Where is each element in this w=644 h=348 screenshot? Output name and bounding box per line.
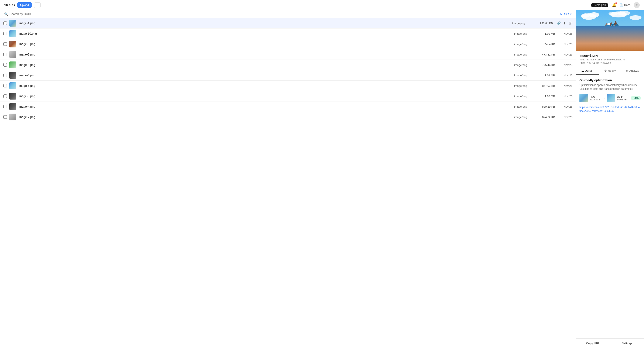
file-actions: 🔗 ⬇ 🗑: [556, 21, 572, 26]
file-date: Nov 26: [558, 32, 572, 35]
delete-button[interactable]: 🗑: [568, 21, 572, 26]
upload-button[interactable]: Upload: [17, 2, 32, 8]
file-size: 1.02 MB: [536, 32, 555, 35]
file-name: image-5.png: [19, 94, 512, 98]
topnav-right: Demo plan 🔔 📄 Docs T: [591, 2, 640, 8]
svg-point-6: [608, 12, 618, 16]
search-bar: 🔍 All files ▾: [0, 10, 576, 18]
file-checkbox[interactable]: [4, 74, 7, 77]
file-size: 880.29 KB: [536, 105, 555, 108]
file-checkbox[interactable]: [4, 94, 7, 98]
deliver-tab-label: Deliver: [585, 69, 594, 72]
file-checkbox[interactable]: [4, 105, 7, 108]
file-type: image/png: [514, 74, 533, 77]
file-checkbox[interactable]: [4, 115, 7, 119]
file-count: 10 files: [4, 3, 15, 7]
file-checkbox[interactable]: [4, 32, 7, 35]
file-checkbox[interactable]: [4, 53, 7, 56]
bell-notification-dot: [615, 2, 617, 4]
file-date: Nov 26: [558, 63, 572, 67]
arrow-right-icon: →: [602, 96, 605, 100]
optimization-section: On-the-fly optimization Optimization is …: [576, 75, 644, 338]
optimization-comparison: PNG 992.84 KB → AVIF 95.05 KB -90%: [580, 94, 640, 102]
file-type: image/png: [514, 63, 533, 67]
table-row[interactable]: image-6.png image/png 877.02 KB Nov 26: [0, 81, 576, 91]
file-date: Nov 26: [558, 43, 572, 46]
copy-link-button[interactable]: 🔗: [556, 21, 561, 26]
file-type: image/png: [514, 95, 533, 98]
file-size: 992.84 KB: [534, 22, 553, 25]
file-checkbox[interactable]: [4, 84, 7, 87]
file-name: image-9.png: [19, 42, 512, 46]
preview-image: [576, 10, 644, 51]
uuid-text: 39f2075a-fcd5-4128-97d4-86540bc5ac77: [580, 58, 622, 61]
table-row[interactable]: image-3.png image/png 1.01 MB Nov 26: [0, 70, 576, 81]
original-format: PNG: [590, 95, 600, 98]
modify-tab-icon: ⚙: [604, 69, 607, 72]
file-thumbnail: [9, 82, 16, 89]
svg-point-3: [581, 14, 590, 18]
optimized-info: AVIF 95.05 KB: [617, 95, 626, 101]
file-name: image-2.png: [19, 53, 512, 56]
main-layout: 🔍 All files ▾ image-1.png image/png 992.…: [0, 10, 644, 348]
svg-point-7: [630, 15, 642, 20]
file-thumbnail: [9, 20, 16, 27]
avatar[interactable]: T: [634, 2, 640, 8]
file-size: 674.72 KB: [536, 115, 555, 119]
tab-deliver[interactable]: ☁Deliver: [576, 67, 599, 75]
file-name: image-3.png: [19, 74, 512, 77]
file-thumbnail: [9, 93, 16, 100]
copy-uuid-button[interactable]: ⧉: [623, 58, 625, 61]
table-row[interactable]: image-1.png image/png 992.84 KB 🔗 ⬇ 🗑: [0, 18, 576, 29]
chevron-down-icon: ▾: [570, 12, 572, 16]
file-type: image/png: [514, 105, 533, 108]
settings-button[interactable]: Settings: [610, 339, 644, 348]
demo-plan-badge[interactable]: Demo plan: [591, 3, 608, 7]
tab-analyze[interactable]: ◎Analyze: [621, 67, 644, 75]
table-row[interactable]: image-4.png image/png 880.29 KB Nov 26: [0, 101, 576, 112]
svg-rect-13: [606, 26, 610, 29]
table-row[interactable]: image-7.png image/png 674.72 KB Nov 26: [0, 112, 576, 122]
table-row[interactable]: image-2.png image/png 473.42 KB Nov 26: [0, 49, 576, 60]
right-panel: image-1.png 39f2075a-fcd5-4128-97d4-8654…: [576, 10, 644, 348]
optimized-size: 95.05 KB: [617, 98, 626, 101]
all-files-filter[interactable]: All files ▾: [560, 12, 572, 16]
file-checkbox[interactable]: [4, 22, 7, 25]
file-type: image/png: [512, 22, 531, 25]
original-size: 992.84 KB: [590, 98, 600, 101]
delivery-url[interactable]: https://ucarecdn.com/39f2075a-fcd5-4128-…: [580, 105, 640, 113]
download-button[interactable]: ⬇: [563, 21, 566, 26]
docs-link[interactable]: 📄 Docs: [620, 4, 630, 7]
table-row[interactable]: image-8.png image/png 775.44 KB Nov 26: [0, 60, 576, 70]
svg-marker-20: [576, 33, 644, 51]
tab-modify[interactable]: ⚙Modify: [599, 67, 622, 75]
panel-tabs: ☁Deliver⚙Modify◎Analyze: [576, 67, 644, 75]
file-checkbox[interactable]: [4, 42, 7, 46]
optimization-title: On-the-fly optimization: [580, 79, 640, 82]
savings-badge: -90%: [631, 96, 640, 100]
file-checkbox[interactable]: [4, 63, 7, 67]
search-input[interactable]: [10, 12, 560, 16]
all-files-label: All files: [560, 12, 569, 16]
file-type: image/png: [514, 84, 533, 87]
table-row[interactable]: image-5.png image/png 1.03 MB Nov 26: [0, 91, 576, 101]
file-size: 1.01 MB: [536, 74, 555, 77]
search-input-wrap: 🔍: [4, 12, 560, 16]
optimized-format: AVIF: [617, 95, 626, 98]
table-row[interactable]: image-9.png image/png 859.4 KB Nov 26: [0, 39, 576, 49]
table-row[interactable]: image-10.png image/png 1.02 MB Nov 26: [0, 29, 576, 39]
file-info-meta: PNG / 992.84 KB / 1024x683: [580, 62, 640, 65]
file-date: Nov 26: [558, 105, 572, 108]
file-name: image-1.png: [19, 22, 510, 25]
file-info-section: image-1.png 39f2075a-fcd5-4128-97d4-8654…: [576, 51, 644, 67]
file-size: 473.42 KB: [536, 53, 555, 56]
copy-url-button[interactable]: Copy URL: [576, 339, 610, 348]
bell-button[interactable]: 🔔: [612, 3, 616, 8]
file-thumbnail: [9, 41, 16, 47]
file-type: image/png: [514, 53, 533, 56]
more-button[interactable]: ···: [34, 2, 40, 8]
file-thumbnail: [9, 62, 16, 68]
svg-rect-22: [622, 29, 625, 33]
file-name: image-4.png: [19, 105, 512, 108]
file-thumbnail: [9, 72, 16, 79]
